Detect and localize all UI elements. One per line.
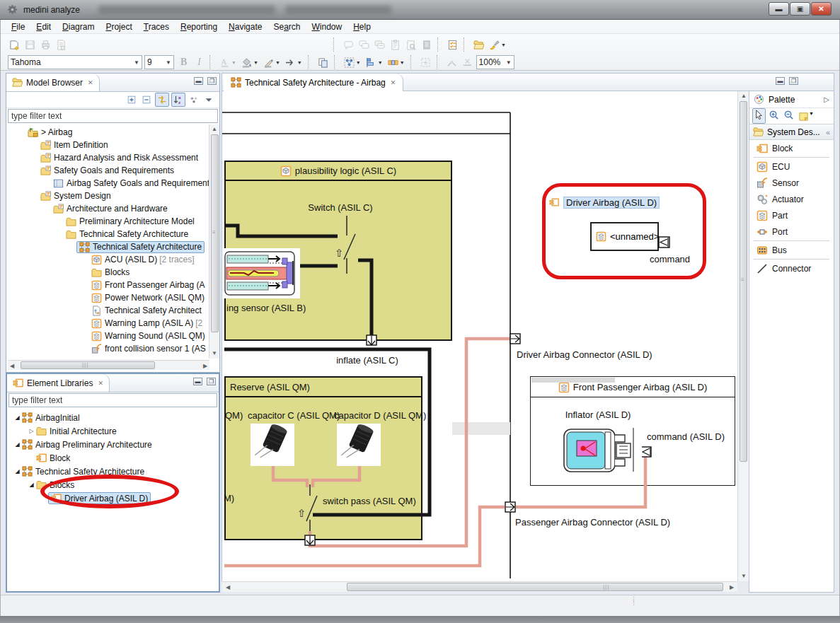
tree-item-warning-sound-asil-qm[interactable]: Warning Sound (ASIL QM): [6, 330, 219, 342]
view-menu-button[interactable]: [202, 93, 215, 106]
format-I-button[interactable]: I: [193, 55, 205, 69]
model-browser-tab[interactable]: Model Browser ✕: [6, 74, 100, 91]
tree-item-airbag[interactable]: > Airbag: [6, 126, 219, 139]
tree-item-front-passenger-airbag-a[interactable]: Front Passenger Airbag (A: [6, 279, 219, 291]
tree-item-architecture-and-hardware[interactable]: Architecture and Hardware: [6, 202, 219, 215]
palette-item-bus[interactable]: Bus: [749, 242, 834, 258]
format-B-button[interactable]: B: [176, 55, 191, 69]
model-browser-hscrollbar[interactable]: ◀ ||| ▶: [8, 360, 209, 370]
tree-item-technical-safety-architecture[interactable]: Technical Safety Architecture: [6, 240, 219, 253]
tree-item-safety-goals-and-requirements[interactable]: Safety Goals and Requirements: [6, 164, 219, 177]
twistie-open-icon[interactable]: ◢: [27, 482, 36, 488]
tree-item-power-network-asil-qm[interactable]: Power Network (ASIL QM): [6, 291, 219, 304]
palette-tool-cursor[interactable]: [752, 108, 766, 124]
tree-item-system-design[interactable]: System Design: [6, 190, 219, 202]
tree-item-hazard-analysis-and-risk-assessment[interactable]: Hazard Analysis and Risk Assessment: [6, 151, 219, 164]
editor-tab[interactable]: Technical Safety Architecture - Airbag ✕: [224, 74, 403, 91]
diagram-canvas[interactable]: plausibility logic (ASIL C) Reserve (ASI…: [221, 91, 737, 581]
minimize-button[interactable]: ▬: [769, 2, 789, 16]
expand-all-button[interactable]: [125, 93, 138, 106]
new-wizard-button[interactable]: [8, 38, 21, 52]
palette-item-ecu[interactable]: ECU: [749, 158, 834, 175]
maximize-button[interactable]: ▣: [790, 2, 810, 16]
tree-item-item-definition[interactable]: Item Definition: [6, 139, 219, 151]
print-button[interactable]: [39, 38, 52, 52]
menu-search[interactable]: Search: [268, 21, 305, 33]
sort-az-button[interactable]: az: [171, 93, 185, 107]
collapse-all-button[interactable]: [140, 93, 153, 106]
tree-item-airbaginitial[interactable]: ◢AirbagInitial: [7, 411, 219, 424]
tree-item-airbag-safety-goals-and-requirement[interactable]: Airbag Safety Goals and Requirement: [6, 177, 219, 190]
add-comment-button[interactable]: [342, 38, 355, 52]
twistie-open-icon[interactable]: ◢: [13, 468, 22, 474]
dashed-box-button[interactable]: [419, 56, 432, 69]
tree-item-warning-lamp-asil-a[interactable]: Warning Lamp (ASIL A)[2: [6, 317, 219, 330]
twistie-open-icon[interactable]: ◢: [13, 414, 22, 421]
copy-appearance-button[interactable]: [316, 56, 330, 69]
minimize-view-icon[interactable]: ▬: [194, 77, 203, 85]
editor-vscrollbar[interactable]: ▲ ≡ ▼: [737, 91, 749, 581]
menu-window[interactable]: Window: [306, 21, 347, 33]
toolbar-combo-tahoma[interactable]: Tahoma▼: [8, 55, 142, 69]
menu-navigate[interactable]: Navigate: [224, 21, 267, 33]
tree-item-block[interactable]: Block: [7, 451, 219, 465]
pin-drawer-icon[interactable]: «: [826, 128, 830, 136]
palette-tool-zoom-out[interactable]: [782, 108, 795, 124]
format-brush-button[interactable]: ▼: [488, 38, 507, 52]
maximize-editor-icon[interactable]: ❐: [789, 77, 798, 85]
layout-graph-button[interactable]: ▼: [343, 56, 362, 69]
model-browser-vscrollbar[interactable]: ▲ ≡ ▼: [209, 124, 219, 359]
report-button[interactable]: [54, 38, 68, 52]
element-libraries-filter-input[interactable]: [8, 393, 217, 407]
notes-button[interactable]: [420, 38, 433, 52]
tree-item-technical-safety-architect[interactable]: Technical Safety Architect: [6, 304, 219, 317]
open-folder-button[interactable]: [472, 38, 485, 52]
menu-traces[interactable]: Traces: [139, 21, 174, 33]
palette-item-sensor[interactable]: Sensor: [749, 175, 834, 191]
link-editor-button[interactable]: [155, 93, 169, 107]
menu-help[interactable]: Help: [348, 21, 376, 33]
palette-group-header[interactable]: System Des... «: [749, 124, 834, 140]
minimize-editor-icon[interactable]: ▬: [776, 77, 785, 85]
toolbar-combo-100[interactable]: 100%▼: [476, 55, 514, 69]
comments-2-button[interactable]: [373, 38, 386, 52]
clipboard-search-button[interactable]: [404, 38, 418, 52]
save-button[interactable]: [23, 38, 37, 52]
tree-item-preliminary-architecture-model[interactable]: Preliminary Architecture Model: [6, 215, 219, 228]
layout-distribute-button[interactable]: ▼: [386, 56, 406, 69]
clipboard-button[interactable]: [389, 38, 402, 52]
toolbar-combo-9[interactable]: 9▼: [144, 55, 174, 69]
arrow-style-button[interactable]: ▼: [284, 56, 304, 69]
bend-remove-button[interactable]: [461, 56, 474, 69]
tree-item-front-collision-sensor-1-as[interactable]: front collision sensor 1 (AS: [6, 342, 219, 355]
palette-item-connector[interactable]: Connector: [749, 260, 834, 276]
model-browser-filter-input[interactable]: [8, 109, 218, 123]
editor-hscrollbar[interactable]: ◀ ||| ▶: [222, 581, 737, 592]
line-color-button[interactable]: ▼: [262, 56, 282, 69]
palette-tool-zoom-in[interactable]: [767, 108, 781, 124]
maximize-view-icon[interactable]: ❐: [207, 77, 217, 85]
palette-item-port[interactable]: Port: [749, 223, 834, 240]
menu-diagram[interactable]: Diagram: [57, 21, 99, 33]
menu-edit[interactable]: Edit: [31, 21, 56, 33]
palette-item-block[interactable]: Block: [749, 140, 834, 156]
tree-item-airbag-preliminary-architecture[interactable]: ◢Airbag Preliminary Architecture: [7, 438, 219, 451]
tree-item-initial-architecture[interactable]: ▷Initial Architecture: [7, 424, 219, 438]
twistie-open-icon[interactable]: ◢: [13, 441, 22, 448]
close-editor-icon[interactable]: ✕: [391, 79, 396, 86]
menu-reporting[interactable]: Reporting: [176, 21, 222, 33]
comments-button[interactable]: [357, 38, 371, 52]
twistie-closed-icon[interactable]: ▷: [27, 428, 36, 434]
tree-item-blocks[interactable]: Blocks: [6, 266, 219, 279]
maximize-view-icon[interactable]: ❐: [207, 378, 216, 385]
menu-project[interactable]: Project: [100, 21, 137, 33]
close-button[interactable]: ✕: [811, 2, 832, 16]
close-view-icon[interactable]: ✕: [88, 79, 93, 86]
palette-tool-note[interactable]: ▼: [797, 110, 815, 123]
palette-item-actuator[interactable]: Actuator: [749, 191, 834, 207]
font-color-button[interactable]: A▼: [218, 56, 238, 69]
element-libraries-tab[interactable]: Element Libraries ✕: [7, 374, 110, 392]
tree-item-technical-safety-architecture[interactable]: Technical Safety Architecture: [6, 228, 219, 240]
palette-item-part[interactable]: Part: [749, 207, 834, 223]
filter-dots-button[interactable]: [188, 93, 200, 106]
